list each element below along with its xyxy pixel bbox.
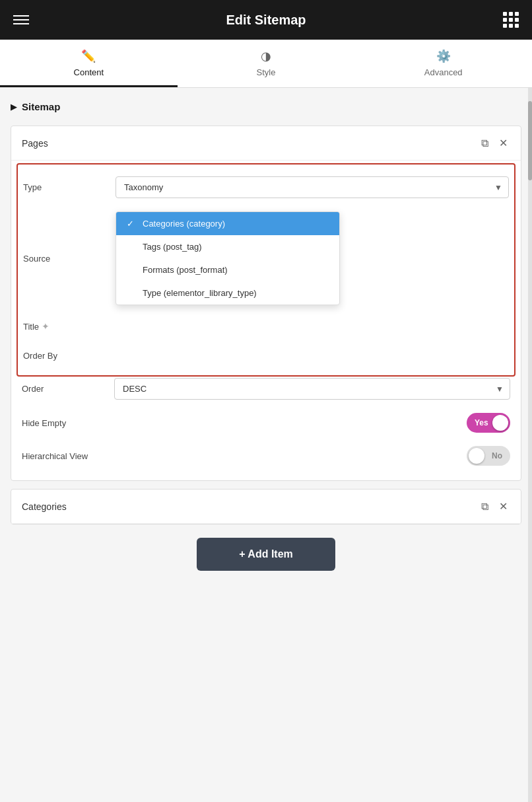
categories-close-button[interactable]: ✕ (496, 499, 510, 514)
categories-card-title: Categories (22, 501, 479, 512)
section-header: ▶ Sitemap (11, 101, 521, 112)
order-control: DESC ASC ▼ (114, 378, 510, 400)
dropdown-item-tags-label: Tags (post_tag) (143, 242, 202, 252)
pencil-icon: ✏️ (81, 49, 96, 63)
hide-empty-toggle[interactable]: Yes (467, 413, 510, 433)
half-circle-icon: ◑ (261, 49, 271, 63)
order-select-wrapper: DESC ASC ▼ (114, 378, 510, 400)
hierarchical-toggle-knob (469, 448, 484, 464)
section-title-text: Sitemap (22, 101, 60, 112)
dropdown-item-formats-label: Formats (post_format) (143, 265, 228, 275)
categories-card: Categories ⧉ ✕ (11, 489, 521, 525)
title-label: Title ✦ (23, 321, 116, 332)
hide-empty-toggle-wrapper: Yes (114, 413, 510, 433)
type-control: Taxonomy Post Page ▼ (116, 176, 509, 198)
pages-card: Pages ⧉ ✕ Type Taxonomy Post (11, 126, 521, 481)
check-icon: ✓ (127, 219, 137, 229)
tab-content[interactable]: ✏️ Content (0, 40, 178, 87)
pages-copy-button[interactable]: ⧉ (479, 136, 491, 151)
arrow-icon: ▶ (11, 102, 17, 112)
main-content: ▶ Sitemap Pages ⧉ ✕ Type Taxonomy (0, 88, 532, 802)
tab-style-label: Style (257, 67, 276, 77)
order-label: Order (22, 384, 114, 394)
categories-copy-button[interactable]: ⧉ (479, 499, 491, 514)
type-select-wrapper: Taxonomy Post Page ▼ (116, 176, 509, 198)
order-select[interactable]: DESC ASC (114, 378, 510, 400)
hide-empty-toggle-knob (492, 415, 508, 431)
categories-card-header: Categories ⧉ ✕ (11, 490, 521, 524)
scrollbar-thumb (528, 101, 532, 180)
source-label: Source (23, 254, 116, 264)
type-label: Type (23, 182, 116, 192)
order-by-label: Order By (23, 351, 116, 361)
source-control: ✓ Categories (category) Tags (post_tag) … (116, 211, 509, 305)
hierarchical-label: Hierarchical View (22, 451, 114, 461)
hide-empty-control: Yes (114, 413, 510, 433)
hide-empty-toggle-label: Yes (469, 418, 494, 427)
title-row: Title ✦ (23, 312, 509, 341)
hierarchical-toggle-wrapper: No (114, 446, 510, 466)
tab-style[interactable]: ◑ Style (178, 40, 355, 87)
hide-empty-label: Hide Empty (22, 418, 114, 428)
tab-advanced-label: Advanced (424, 67, 463, 77)
add-item-button[interactable]: + Add Item (197, 538, 335, 571)
hierarchical-row: Hierarchical View No (22, 439, 510, 472)
source-dropdown-menu: ✓ Categories (category) Tags (post_tag) … (116, 211, 340, 305)
hamburger-menu-button[interactable] (13, 15, 29, 24)
hierarchical-toggle-label: No (486, 451, 508, 460)
pages-card-title: Pages (22, 138, 479, 149)
type-select[interactable]: Taxonomy Post Page (116, 176, 509, 198)
dropdown-item-categories-label: Categories (category) (143, 219, 225, 229)
gear-icon: ⚙️ (436, 49, 451, 63)
dropdown-item-type-label: Type (elementor_library_type) (143, 288, 257, 298)
categories-card-actions: ⧉ ✕ (479, 499, 510, 514)
pages-card-header: Pages ⧉ ✕ (11, 126, 521, 161)
page-title: Edit Sitemap (226, 13, 306, 28)
dropdown-item-categories[interactable]: ✓ Categories (category) (116, 212, 339, 235)
tab-advanced[interactable]: ⚙️ Advanced (354, 40, 532, 87)
header: Edit Sitemap (0, 0, 532, 40)
tab-content-label: Content (74, 67, 104, 77)
order-by-row: Order By (23, 341, 509, 370)
hierarchical-control: No (114, 446, 510, 466)
pages-card-body: Type Taxonomy Post Page ▼ (11, 161, 521, 480)
ai-sparkle-icon: ✦ (42, 321, 50, 332)
hierarchical-toggle[interactable]: No (467, 446, 510, 466)
hide-empty-row: Hide Empty Yes (22, 406, 510, 439)
pages-card-actions: ⧉ ✕ (479, 135, 510, 151)
type-row: Type Taxonomy Post Page ▼ (23, 170, 509, 205)
highlighted-form-section: Type Taxonomy Post Page ▼ (17, 163, 515, 377)
scrollbar[interactable] (528, 88, 532, 802)
dropdown-item-type[interactable]: Type (elementor_library_type) (116, 281, 339, 305)
pages-close-button[interactable]: ✕ (496, 135, 510, 151)
dropdown-item-formats[interactable]: Formats (post_format) (116, 258, 339, 281)
grid-menu-button[interactable] (503, 12, 519, 28)
source-row: Source ✓ Categories (category) Tags (pos… (23, 205, 509, 312)
dropdown-item-tags[interactable]: Tags (post_tag) (116, 235, 339, 258)
tabs-bar: ✏️ Content ◑ Style ⚙️ Advanced (0, 40, 532, 88)
